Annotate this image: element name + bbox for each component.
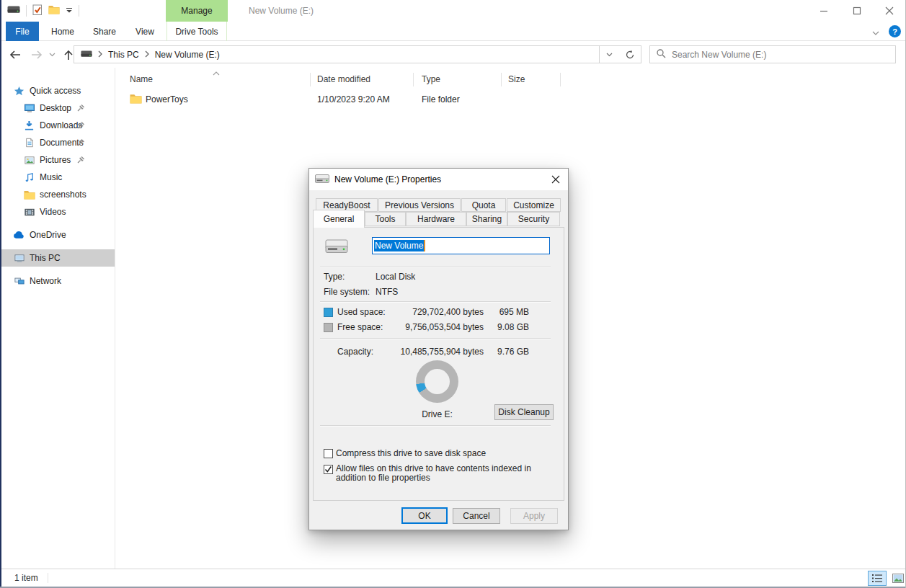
index-checkbox[interactable] bbox=[324, 465, 333, 474]
tab-drive-tools[interactable]: Drive Tools bbox=[166, 22, 227, 41]
dialog-title-bar: New Volume (E:) Properties bbox=[309, 169, 568, 190]
address-dropdown-chevron-icon[interactable] bbox=[600, 45, 620, 63]
column-header-name[interactable]: Name bbox=[130, 71, 153, 87]
ok-button[interactable]: OK bbox=[401, 507, 448, 524]
refresh-icon[interactable] bbox=[619, 45, 641, 63]
navigation-pane: Quick access Desktop Downloads Documents… bbox=[0, 68, 115, 569]
breadcrumb-item-this-pc[interactable]: This PC bbox=[108, 50, 139, 60]
item-count: 1 item bbox=[14, 573, 38, 583]
text-caret bbox=[424, 240, 425, 251]
compress-checkbox[interactable] bbox=[324, 449, 333, 458]
pin-icon bbox=[76, 121, 85, 132]
selected-text: New Volume bbox=[374, 240, 424, 251]
properties-icon[interactable] bbox=[32, 4, 43, 18]
apply-button[interactable]: Apply bbox=[510, 508, 558, 524]
breadcrumb-chevron-icon[interactable] bbox=[145, 50, 149, 60]
toolbar-separator bbox=[79, 5, 79, 17]
tab-previous-versions[interactable]: Previous Versions bbox=[378, 198, 461, 212]
tab-security[interactable]: Security bbox=[507, 212, 560, 226]
maximize-button[interactable] bbox=[840, 0, 874, 22]
capacity-bytes: 10,485,755,904 bytes bbox=[376, 347, 484, 357]
downloads-icon bbox=[23, 120, 35, 131]
forward-icon[interactable] bbox=[27, 45, 46, 63]
sidebar-item-onedrive[interactable]: OneDrive bbox=[0, 226, 115, 244]
minimize-button[interactable] bbox=[807, 0, 840, 22]
sidebar-item-documents[interactable]: Documents bbox=[0, 134, 115, 151]
tab-tools[interactable]: Tools bbox=[365, 212, 406, 226]
search-input[interactable] bbox=[672, 50, 889, 60]
column-divider[interactable] bbox=[560, 73, 561, 86]
capacity-size: 9.76 GB bbox=[486, 347, 529, 357]
tab-customize[interactable]: Customize bbox=[507, 198, 561, 212]
thumbnails-view-icon[interactable] bbox=[889, 571, 906, 586]
tab-share[interactable]: Share bbox=[85, 22, 124, 41]
pin-icon bbox=[76, 138, 85, 149]
sidebar-item-network[interactable]: Network bbox=[0, 272, 115, 290]
drive-label: Drive E: bbox=[408, 409, 466, 419]
desktop-icon bbox=[23, 102, 35, 114]
videos-icon bbox=[23, 207, 35, 218]
divider bbox=[320, 267, 551, 268]
file-name: PowerToys bbox=[146, 94, 188, 104]
used-space-size: 695 MB bbox=[486, 307, 529, 317]
customize-toolbar-icon[interactable] bbox=[66, 6, 73, 16]
breadcrumb-chevron-icon[interactable] bbox=[98, 50, 102, 60]
document-icon bbox=[23, 137, 35, 148]
column-header-type[interactable]: Type bbox=[422, 71, 440, 87]
tab-sharing[interactable]: Sharing bbox=[466, 212, 507, 226]
used-space-bytes: 729,702,400 bytes bbox=[376, 307, 484, 317]
free-space-bytes: 9,756,053,504 bytes bbox=[376, 322, 484, 332]
recent-locations-chevron-icon[interactable] bbox=[46, 45, 58, 63]
sort-ascending-icon[interactable] bbox=[213, 68, 220, 78]
divider bbox=[320, 301, 551, 303]
sidebar-item-videos[interactable]: Videos bbox=[0, 203, 115, 220]
tab-quota[interactable]: Quota bbox=[461, 198, 506, 212]
back-icon[interactable] bbox=[6, 45, 25, 63]
properties-dialog: New Volume (E:) Properties ReadyBoost Pr… bbox=[308, 168, 569, 530]
index-checkbox-label[interactable]: Allow files on this drive to have conten… bbox=[336, 464, 558, 483]
drive-icon bbox=[7, 6, 20, 16]
sidebar-item-downloads[interactable]: Downloads bbox=[0, 117, 115, 134]
sidebar-item-pictures[interactable]: Pictures bbox=[0, 151, 115, 169]
search-bar bbox=[649, 45, 896, 63]
column-divider[interactable] bbox=[413, 73, 414, 86]
close-icon[interactable] bbox=[873, 0, 906, 22]
column-header-size[interactable]: Size bbox=[508, 71, 525, 87]
computer-icon bbox=[13, 253, 25, 264]
tab-file[interactable]: File bbox=[6, 22, 39, 41]
column-divider[interactable] bbox=[501, 73, 502, 86]
sidebar-item-desktop[interactable]: Desktop bbox=[0, 99, 115, 117]
title-bar: Manage New Volume (E:) bbox=[0, 0, 906, 22]
explorer-window: Manage New Volume (E:) File Home Share V… bbox=[0, 0, 906, 588]
new-folder-icon[interactable] bbox=[48, 5, 60, 17]
table-row[interactable]: PowerToys 1/10/2023 9:20 AM File folder bbox=[123, 92, 569, 107]
window-title: New Volume (E:) bbox=[249, 0, 314, 22]
column-divider[interactable] bbox=[310, 73, 311, 86]
breadcrumb-item-new-volume[interactable]: New Volume (E:) bbox=[155, 50, 220, 60]
file-type: File folder bbox=[422, 94, 460, 104]
column-header-date-modified[interactable]: Date modified bbox=[317, 71, 370, 87]
breadcrumb[interactable]: This PC New Volume (E:) bbox=[74, 45, 600, 63]
sidebar-item-this-pc[interactable]: This PC bbox=[0, 249, 115, 267]
sidebar-item-music[interactable]: Music bbox=[0, 169, 115, 186]
chevron-down-icon[interactable] bbox=[872, 27, 884, 36]
drive-icon bbox=[315, 174, 329, 185]
quick-access-toolbar bbox=[4, 0, 79, 22]
free-space-swatch bbox=[324, 323, 333, 332]
help-icon[interactable]: ? bbox=[889, 25, 901, 37]
tab-home[interactable]: Home bbox=[43, 22, 82, 41]
sidebar-item-quick-access[interactable]: Quick access bbox=[0, 82, 115, 99]
tab-view[interactable]: View bbox=[127, 22, 163, 41]
compress-checkbox-label[interactable]: Compress this drive to save disk space bbox=[336, 448, 552, 458]
cancel-button[interactable]: Cancel bbox=[453, 508, 500, 524]
close-icon[interactable] bbox=[543, 169, 568, 190]
tab-hardware[interactable]: Hardware bbox=[406, 212, 466, 226]
tab-general[interactable]: General bbox=[313, 210, 365, 228]
disk-cleanup-button[interactable]: Disk Cleanup bbox=[494, 404, 554, 420]
type-value: Local Disk bbox=[376, 272, 415, 282]
ribbon-tab-bar: File Home Share View Drive Tools ? bbox=[0, 22, 906, 41]
sidebar-item-screenshots[interactable]: screenshots bbox=[0, 186, 115, 203]
details-view-icon[interactable] bbox=[868, 571, 887, 586]
ribbon-contextual-header[interactable]: Manage bbox=[166, 0, 228, 22]
volume-label-input[interactable]: New Volume bbox=[372, 237, 550, 254]
